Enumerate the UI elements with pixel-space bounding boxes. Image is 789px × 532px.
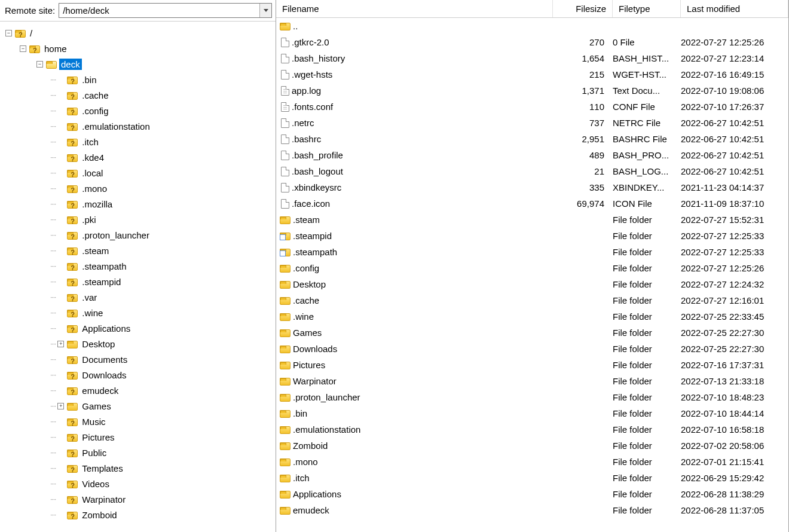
file-type: File folder <box>613 360 681 370</box>
file-row[interactable]: .emulationstationFile folder2022-07-10 1… <box>276 421 788 438</box>
file-row[interactable]: DesktopFile folder2022-07-27 12:24:32 <box>276 276 788 292</box>
file-size: 1,371 <box>553 85 613 96</box>
file-row[interactable]: .steampathFile folder2022-07-27 12:25:33 <box>276 244 788 260</box>
column-header-modified[interactable]: Last modified <box>681 0 788 17</box>
file-row[interactable]: .monoFile folder2022-07-01 21:15:41 <box>276 454 788 470</box>
file-row[interactable]: .gtkrc-2.02700 File2022-07-27 12:25:26 <box>276 34 788 50</box>
file-row[interactable]: .binFile folder2022-07-10 18:44:14 <box>276 405 788 421</box>
collapse-icon[interactable]: − <box>5 29 13 37</box>
tree-node-label: Games <box>80 400 112 412</box>
collapse-icon[interactable]: − <box>36 60 44 68</box>
file-name: .. <box>293 21 298 31</box>
file-name: Desktop <box>293 279 326 289</box>
tree-node[interactable]: ····.mozilla <box>1 196 274 212</box>
tree-node[interactable]: ····Public <box>1 445 274 460</box>
folder-icon <box>280 426 290 434</box>
tree-node[interactable]: ····.mono <box>1 181 274 196</box>
folder-unknown-icon <box>67 496 78 504</box>
tree-node[interactable]: ····+Desktop <box>1 336 274 351</box>
tree-node[interactable]: ····.steampid <box>1 274 274 289</box>
file-row[interactable]: ZomboidFile folder2022-07-02 20:58:06 <box>276 438 788 454</box>
chevron-down-icon <box>264 9 268 12</box>
file-size: 21 <box>553 166 613 176</box>
file-row[interactable]: .bash_profile489BASH_PRO...2022-06-27 10… <box>276 147 788 163</box>
tree-node[interactable]: ····Warpinator <box>1 491 274 507</box>
tree-node-root[interactable]: − / <box>1 25 274 41</box>
tree-node[interactable]: ····.var <box>1 289 274 305</box>
file-row[interactable]: .face.icon69,974ICON File2021-11-09 18:3… <box>276 195 788 212</box>
tree-node[interactable]: ····.kde4 <box>1 149 274 165</box>
tree-node[interactable]: ····Pictures <box>1 429 274 445</box>
file-row[interactable]: .itchFile folder2022-06-29 15:29:42 <box>276 470 788 486</box>
file-row[interactable]: .netrc737NETRC File2022-06-27 10:42:51 <box>276 115 788 131</box>
file-row[interactable]: PicturesFile folder2022-07-16 17:37:31 <box>276 357 788 373</box>
tree-node[interactable]: ····.pki <box>1 212 274 227</box>
file-row[interactable]: .xbindkeysrc335XBINDKEY...2021-11-23 04:… <box>276 179 788 195</box>
file-row[interactable]: WarpinatorFile folder2022-07-13 21:33:18 <box>276 373 788 389</box>
tree-node[interactable]: ····.local <box>1 165 274 181</box>
file-name: .proton_launcher <box>293 392 360 402</box>
file-row[interactable]: .proton_launcherFile folder2022-07-10 18… <box>276 389 788 405</box>
tree-node[interactable]: ····Zomboid <box>1 507 274 522</box>
tree-node[interactable]: ····Videos <box>1 476 274 491</box>
column-header-filesize[interactable]: Filesize <box>553 0 613 17</box>
tree-node-home[interactable]: − home <box>1 41 274 56</box>
tree-node[interactable]: ····Templates <box>1 460 274 476</box>
tree-node-label: Warpinator <box>80 494 127 505</box>
column-header-filename[interactable]: Filename <box>276 0 553 17</box>
tree-node[interactable]: ····.wine <box>1 305 274 320</box>
tree-node[interactable]: ····.itch <box>1 134 274 149</box>
tree-node[interactable]: ····.steam <box>1 243 274 258</box>
tree-node-deck[interactable]: − deck <box>1 56 274 72</box>
file-row[interactable]: .bashrc2,951BASHRC File2022-06-27 10:42:… <box>276 131 788 147</box>
file-type: File folder <box>613 489 681 499</box>
tree-node[interactable]: ····.bin <box>1 72 274 87</box>
tree-node-label: / <box>28 27 34 39</box>
remote-path-input[interactable] <box>59 4 259 17</box>
remote-file-list[interactable]: ...gtkrc-2.02700 File2022-07-27 12:25:26… <box>276 18 788 532</box>
folder-icon <box>280 313 290 321</box>
file-list-header: Filename Filesize Filetype Last modified <box>276 0 788 18</box>
tree-node[interactable]: ····emudeck <box>1 383 274 398</box>
file-row[interactable]: emudeckFile folder2022-06-28 11:37:05 <box>276 502 788 518</box>
tree-node[interactable]: ····Applications <box>1 320 274 336</box>
file-row[interactable]: app.log1,371Text Docu...2022-07-10 19:08… <box>276 82 788 99</box>
tree-node[interactable]: ····.config <box>1 103 274 118</box>
tree-node[interactable]: ····.cache <box>1 87 274 103</box>
file-row[interactable]: ApplicationsFile folder2022-06-28 11:38:… <box>276 486 788 502</box>
tree-node[interactable]: ····Downloads <box>1 367 274 383</box>
collapse-icon[interactable]: − <box>19 45 27 53</box>
tree-node[interactable]: ····.proton_launcher <box>1 227 274 243</box>
tree-node[interactable]: ····Music <box>1 414 274 429</box>
file-row[interactable]: .. <box>276 18 788 34</box>
file-row[interactable]: .bash_history1,654BASH_HIST...2022-07-27… <box>276 50 788 66</box>
remote-path-combo[interactable] <box>59 3 272 18</box>
file-name: .cache <box>293 295 319 305</box>
file-row[interactable]: .configFile folder2022-07-27 12:25:26 <box>276 260 788 276</box>
tree-node-label: .wine <box>80 307 105 319</box>
tree-node[interactable]: ····.steampath <box>1 258 274 274</box>
file-name: .xbindkeysrc <box>292 182 341 192</box>
tree-node-label: deck <box>59 59 82 70</box>
file-row[interactable]: .wineFile folder2022-07-25 22:33:45 <box>276 308 788 325</box>
file-modified: 2022-06-27 10:42:51 <box>681 118 788 128</box>
tree-node[interactable]: ····.emulationstation <box>1 118 274 134</box>
remote-path-dropdown-button[interactable] <box>259 4 271 17</box>
file-row[interactable]: DownloadsFile folder2022-07-25 22:27:30 <box>276 341 788 357</box>
tree-node[interactable]: ····Documents <box>1 351 274 367</box>
file-row[interactable]: .bash_logout21BASH_LOG...2022-06-27 10:4… <box>276 163 788 179</box>
column-header-filetype[interactable]: Filetype <box>613 0 681 17</box>
folder-icon <box>280 265 290 273</box>
tree-node[interactable]: ····+Games <box>1 398 274 414</box>
file-row[interactable]: .cacheFile folder2022-07-27 12:16:01 <box>276 292 788 308</box>
file-row[interactable]: .steampidFile folder2022-07-27 12:25:33 <box>276 228 788 244</box>
remote-directory-tree[interactable]: − / − home − deck ····.bin····.cache····… <box>0 22 276 532</box>
expand-icon[interactable]: + <box>57 340 65 348</box>
file-row[interactable]: .steamFile folder2022-07-27 15:52:31 <box>276 212 788 228</box>
file-row[interactable]: .fonts.conf110CONF File2022-07-10 17:26:… <box>276 99 788 115</box>
file-row[interactable]: .wget-hsts215WGET-HST...2022-07-16 16:49… <box>276 66 788 82</box>
expand-icon[interactable]: + <box>57 402 65 410</box>
file-type: File folder <box>613 392 681 402</box>
file-modified: 2022-07-02 20:58:06 <box>681 441 788 451</box>
file-row[interactable]: GamesFile folder2022-07-25 22:27:30 <box>276 325 788 341</box>
